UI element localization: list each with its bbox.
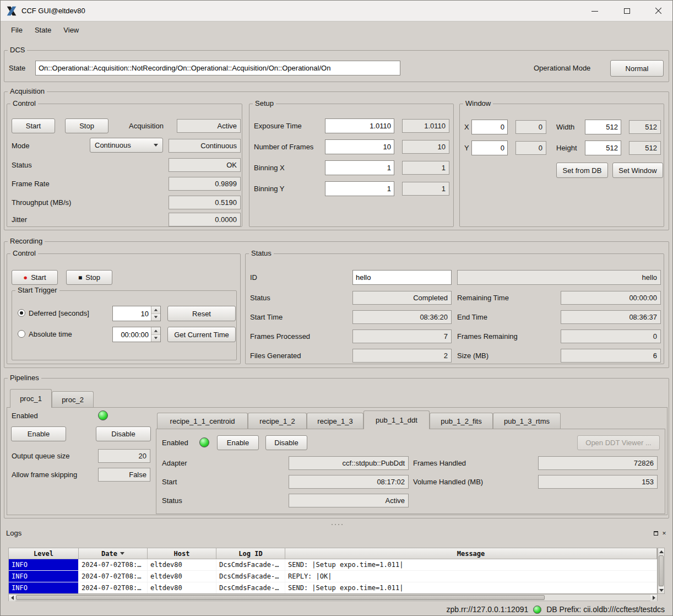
rec-id-input[interactable] <box>352 270 452 285</box>
rec-stop-button[interactable]: ■ Stop <box>66 270 112 285</box>
menu-file[interactable]: File <box>5 24 29 36</box>
tab-proc-1[interactable]: proc_1 <box>10 389 52 408</box>
volume-handled-label: Volume Handled (MB) <box>413 475 483 489</box>
proc-enabled-label: Enabled <box>12 409 38 423</box>
exposure-time-input[interactable] <box>325 118 394 133</box>
horizontal-scroll-thumb[interactable] <box>16 595 545 600</box>
log-row[interactable]: INFO 2024-07-02T08:… eltdev80 DcsCmdsFac… <box>9 582 657 594</box>
menu-view[interactable]: View <box>57 24 85 36</box>
pub-disable-button[interactable]: Disable <box>265 435 307 450</box>
acq-stop-button[interactable]: Stop <box>65 118 108 133</box>
subtab-pub-1-3-rtms[interactable]: pub_1_3_rtms <box>493 413 561 429</box>
proc-enable-button[interactable]: Enable <box>11 426 66 441</box>
win-y-label: Y <box>464 141 469 155</box>
menu-state[interactable]: State <box>29 24 57 36</box>
win-width-input[interactable] <box>585 120 621 134</box>
open-ddt-viewer-button[interactable]: Open DDT Viewer ... <box>577 435 660 450</box>
set-from-db-button[interactable]: Set from DB <box>556 163 608 178</box>
column-header-date[interactable]: Date <box>79 548 148 559</box>
spin-down-button[interactable] <box>151 335 160 342</box>
acquisition-group-title: Acquisition <box>8 87 47 95</box>
remaining-time-value: 00:00:00 <box>561 291 661 305</box>
absolute-time-input[interactable] <box>113 327 151 342</box>
mode-combobox[interactable]: Continuous <box>90 138 163 153</box>
log-row[interactable]: INFO 2024-07-02T08:… eltdev80 DcsCmdsFac… <box>9 559 657 571</box>
log-logid-cell: DcsCmdsFacade-… <box>216 582 285 593</box>
absolute-time-radio[interactable] <box>18 330 25 338</box>
scroll-left-icon[interactable] <box>9 595 15 601</box>
scroll-down-icon[interactable] <box>658 587 664 593</box>
column-header-message[interactable]: Message <box>285 548 657 559</box>
log-host-cell: eltdev80 <box>148 559 216 570</box>
vertical-scroll-thumb[interactable] <box>659 555 664 586</box>
number-of-frames-value: 10 <box>402 140 449 154</box>
rec-stop-label: Stop <box>85 273 100 282</box>
subtab-recipe-1-3[interactable]: recipe_1_3 <box>307 413 363 429</box>
splitter-handle[interactable] <box>1 522 673 527</box>
subtab-pub-1-2-fits[interactable]: pub_1_2_fits <box>430 413 493 429</box>
win-y-input[interactable] <box>471 141 508 155</box>
size-mb-label: Size (MB) <box>457 348 489 363</box>
connection-led <box>533 606 541 614</box>
spin-down-icon <box>154 337 158 339</box>
dock-float-button[interactable] <box>653 530 659 537</box>
close-button[interactable] <box>653 5 665 17</box>
acq-start-button[interactable]: Start <box>12 118 55 133</box>
get-current-time-button[interactable]: Get Current Time <box>167 327 236 342</box>
adapter-label: Adapter <box>162 456 187 470</box>
frame-rate-value: 0.9899 <box>169 177 241 191</box>
scroll-up-icon[interactable] <box>658 548 664 555</box>
spin-up-icon <box>154 309 158 311</box>
pipelines-group: Pipelines proc_1 proc_2 Enabled Enable D… <box>4 378 669 518</box>
pub-status-label: Status <box>162 494 182 507</box>
maximize-button[interactable] <box>621 5 633 17</box>
column-header-level[interactable]: Level <box>9 548 79 559</box>
volume-handled-value: 153 <box>538 475 658 489</box>
spinner-buttons <box>151 306 160 321</box>
set-window-button[interactable]: Set Window <box>612 163 663 178</box>
deferred-seconds-input[interactable] <box>113 306 151 321</box>
scroll-right-icon[interactable] <box>650 595 657 601</box>
deferred-seconds-spinbox[interactable] <box>112 306 161 321</box>
deferred-radio[interactable] <box>18 309 25 317</box>
logs-horizontal-scrollbar[interactable] <box>8 594 658 601</box>
reset-button[interactable]: Reset <box>167 306 236 321</box>
subtab-recipe-1-2[interactable]: recipe_1_2 <box>248 413 307 429</box>
pub-enable-button[interactable]: Enable <box>217 435 259 450</box>
logs-vertical-scrollbar[interactable] <box>658 548 665 594</box>
win-height-input[interactable] <box>585 141 621 155</box>
pub-enabled-led <box>199 437 209 447</box>
win-width-label: Width <box>556 120 574 134</box>
minimize-icon <box>591 11 598 12</box>
dock-close-button[interactable]: ✕ <box>661 530 667 537</box>
log-row[interactable]: INFO 2024-07-02T08:… eltdev80 DcsCmdsFac… <box>9 571 657 582</box>
pub-start-label: Start <box>162 475 177 489</box>
dcs-state-input[interactable] <box>35 61 400 75</box>
log-message-cell: SEND: |Setup expo.time=1.011| <box>285 559 657 570</box>
win-x-value: 0 <box>515 120 546 134</box>
rec-id-value: hello <box>457 270 661 285</box>
operational-mode-button[interactable]: Normal <box>610 60 664 77</box>
subtab-recipe-1-1-centroid[interactable]: recipe_1_1_centroid <box>157 413 248 429</box>
logs-title: Logs <box>6 526 21 541</box>
number-of-frames-input[interactable] <box>325 139 394 154</box>
endpoint-text: zpb.rr://127.0.0.1:12091 <box>447 605 529 614</box>
spin-up-button[interactable] <box>151 306 160 314</box>
absolute-time-spinbox[interactable] <box>112 327 161 342</box>
spin-up-button[interactable] <box>151 327 160 335</box>
column-header-host[interactable]: Host <box>148 548 216 559</box>
frames-processed-label: Frames Processed <box>250 329 310 344</box>
proc-disable-button[interactable]: Disable <box>96 426 151 441</box>
rec-start-button[interactable]: ● Start <box>12 270 58 285</box>
deferred-label: Deferred [seconds] <box>29 306 89 321</box>
spin-down-button[interactable] <box>151 314 160 321</box>
acquisition-group: Acquisition Control Start Stop Acquisiti… <box>4 91 669 230</box>
frames-remaining-label: Frames Remaining <box>457 329 518 344</box>
win-x-input[interactable] <box>471 120 508 134</box>
subtab-pub-1-1-ddt[interactable]: pub_1_1_ddt <box>363 410 430 429</box>
tab-proc-2[interactable]: proc_2 <box>52 391 94 407</box>
column-header-logid[interactable]: Log ID <box>216 548 285 559</box>
minimize-button[interactable] <box>589 5 601 17</box>
binning-y-input[interactable] <box>325 181 394 196</box>
binning-x-input[interactable] <box>325 160 394 175</box>
